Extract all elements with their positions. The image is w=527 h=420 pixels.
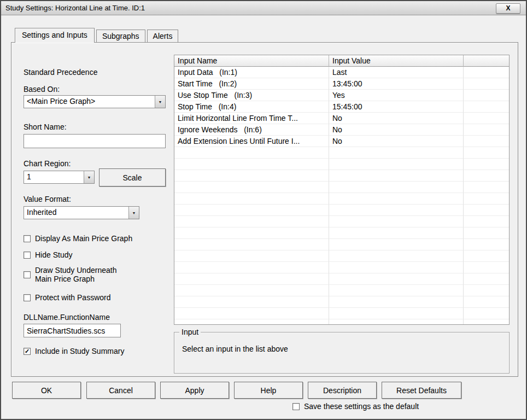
- value-format-label: Value Format:: [24, 195, 71, 203]
- chevron-down-icon[interactable]: ▼: [84, 171, 94, 183]
- column-header-blank[interactable]: [464, 55, 509, 67]
- based-on-dropdown[interactable]: <Main Price Graph> ▼: [24, 95, 166, 108]
- close-button[interactable]: X: [496, 3, 520, 14]
- checkbox-protect-with-password[interactable]: Protect with Password: [24, 293, 111, 302]
- table-row-empty: [174, 285, 509, 296]
- input-name-cell[interactable]: Limit Horizontal Line From Time T...: [174, 113, 329, 124]
- checkbox-save-settings-as-default[interactable]: Save these settings as the default: [292, 402, 419, 411]
- table-row[interactable]: Start Time (In:2) 13:45:00: [174, 78, 509, 90]
- dll-function-name-label: DLLName.FunctionName: [24, 313, 110, 322]
- table-row[interactable]: Limit Horizontal Line From Time T... No: [174, 113, 509, 124]
- checkbox-label: Display As Main Price Graph: [35, 234, 132, 243]
- chevron-down-icon[interactable]: ▼: [128, 207, 139, 219]
- table-row-empty: [174, 228, 509, 239]
- column-header-input-name[interactable]: Input Name: [174, 55, 329, 67]
- table-row-empty: [174, 147, 509, 159]
- input-name-cell[interactable]: Add Extension Lines Until Future I...: [174, 136, 329, 147]
- inputs-table: Input Name Input Value Input Data (In:1)…: [174, 55, 510, 325]
- checkbox-box[interactable]: [24, 271, 31, 278]
- table-row-empty: [174, 296, 509, 308]
- input-groupbox-message: Select an input in the list above: [182, 345, 288, 353]
- table-row-empty: [174, 308, 509, 319]
- input-groupbox-title: Input: [179, 328, 201, 336]
- based-on-label: Based On:: [24, 85, 60, 94]
- checkbox-label: Hide Study: [35, 250, 72, 259]
- table-row[interactable]: Stop Time (In:4) 15:45:00: [174, 101, 509, 113]
- table-row[interactable]: Ignore Weekends (In:6) No: [174, 124, 509, 136]
- table-row[interactable]: Use Stop Time (In:3) Yes: [174, 90, 509, 101]
- help-button[interactable]: Help: [234, 382, 303, 399]
- checkbox-display-as-main-price-graph[interactable]: Display As Main Price Graph: [24, 234, 132, 243]
- chart-region-value: 1: [24, 171, 84, 183]
- input-value-cell[interactable]: No: [329, 113, 464, 124]
- column-header-input-value[interactable]: Input Value: [329, 55, 464, 67]
- table-row-empty: [174, 262, 509, 273]
- short-name-label: Short Name:: [24, 122, 67, 131]
- checkbox-draw-study-underneath[interactable]: Draw Study Underneath Main Price Graph: [24, 266, 116, 283]
- input-name-cell[interactable]: Input Data (In:1): [174, 67, 329, 78]
- close-icon: X: [506, 4, 510, 12]
- dll-function-name-input[interactable]: [24, 324, 121, 337]
- value-format-dropdown[interactable]: Inherited ▼: [24, 206, 139, 219]
- apply-button[interactable]: Apply: [160, 382, 229, 399]
- checkbox-include-in-study-summary[interactable]: ✓ Include in Study Summary: [24, 347, 124, 355]
- title-bar[interactable]: Study Settings: Horizontal Line at Time.…: [1, 1, 526, 15]
- table-row-empty: [174, 159, 509, 170]
- checkbox-box[interactable]: [24, 252, 31, 259]
- table-row-empty: [174, 193, 509, 205]
- based-on-value: <Main Price Graph>: [24, 96, 155, 108]
- table-row-empty: [174, 182, 509, 193]
- short-name-input[interactable]: [24, 134, 166, 148]
- table-row[interactable]: Add Extension Lines Until Future I... No: [174, 136, 509, 147]
- tab-strip: Settings and Inputs Subgraphs Alerts: [15, 28, 180, 43]
- input-name-cell[interactable]: Start Time (In:2): [174, 78, 329, 90]
- study-settings-dialog: Study Settings: Horizontal Line at Time.…: [0, 0, 527, 420]
- inputs-table-body: Input Data (In:1) Last Start Time (In:2)…: [174, 67, 509, 325]
- description-button[interactable]: Description: [308, 382, 377, 399]
- table-row-empty: [174, 239, 509, 250]
- table-row-empty: [174, 216, 509, 228]
- window-title: Study Settings: Horizontal Line at Time.…: [5, 4, 145, 12]
- cancel-button[interactable]: Cancel: [86, 382, 155, 399]
- input-value-cell[interactable]: No: [329, 136, 464, 147]
- table-row-empty: [174, 273, 509, 285]
- table-row-empty: [174, 170, 509, 182]
- inputs-table-header: Input Name Input Value: [174, 55, 509, 67]
- checkbox-label: Draw Study Underneath Main Price Graph: [35, 266, 116, 283]
- input-value-cell[interactable]: 13:45:00: [329, 78, 464, 90]
- chart-region-dropdown[interactable]: 1 ▼: [24, 171, 95, 184]
- input-value-cell[interactable]: Last: [329, 67, 464, 78]
- checkbox-box[interactable]: [24, 235, 31, 242]
- input-name-cell[interactable]: Stop Time (In:4): [174, 101, 329, 113]
- chart-region-label: Chart Region:: [24, 159, 71, 168]
- standard-precedence-label: Standard Precedence: [24, 68, 97, 77]
- scale-button[interactable]: Scale: [99, 168, 166, 186]
- table-row-empty: [174, 250, 509, 262]
- settings-panel: Standard Precedence Based On: <Main Pric…: [11, 42, 518, 377]
- table-row-empty: [174, 205, 509, 216]
- checkbox-label: Protect with Password: [35, 293, 111, 302]
- checkbox-label: Include in Study Summary: [35, 347, 124, 355]
- tab-subgraphs[interactable]: Subgraphs: [96, 30, 145, 42]
- checkbox-box[interactable]: ✓: [24, 348, 31, 355]
- check-icon: ✓: [25, 348, 30, 354]
- table-row[interactable]: Input Data (In:1) Last: [174, 67, 509, 78]
- value-format-value: Inherited: [24, 207, 128, 219]
- checkbox-hide-study[interactable]: Hide Study: [24, 250, 72, 259]
- reset-defaults-button[interactable]: Reset Defaults: [382, 382, 461, 399]
- input-value-cell[interactable]: 15:45:00: [329, 101, 464, 113]
- tab-alerts[interactable]: Alerts: [147, 30, 179, 42]
- checkbox-label: Save these settings as the default: [304, 402, 419, 411]
- input-value-cell[interactable]: No: [329, 124, 464, 136]
- chevron-down-icon[interactable]: ▼: [155, 96, 165, 108]
- tab-settings-and-inputs[interactable]: Settings and Inputs: [15, 28, 95, 43]
- table-row-empty: [174, 319, 509, 325]
- input-groupbox: Input Select an input in the list above: [174, 332, 510, 374]
- checkbox-box[interactable]: [24, 294, 31, 301]
- input-name-cell[interactable]: Ignore Weekends (In:6): [174, 124, 329, 136]
- ok-button[interactable]: OK: [12, 382, 81, 399]
- checkbox-box[interactable]: [292, 403, 300, 410]
- input-name-cell[interactable]: Use Stop Time (In:3): [174, 90, 329, 101]
- input-value-cell[interactable]: Yes: [329, 90, 464, 101]
